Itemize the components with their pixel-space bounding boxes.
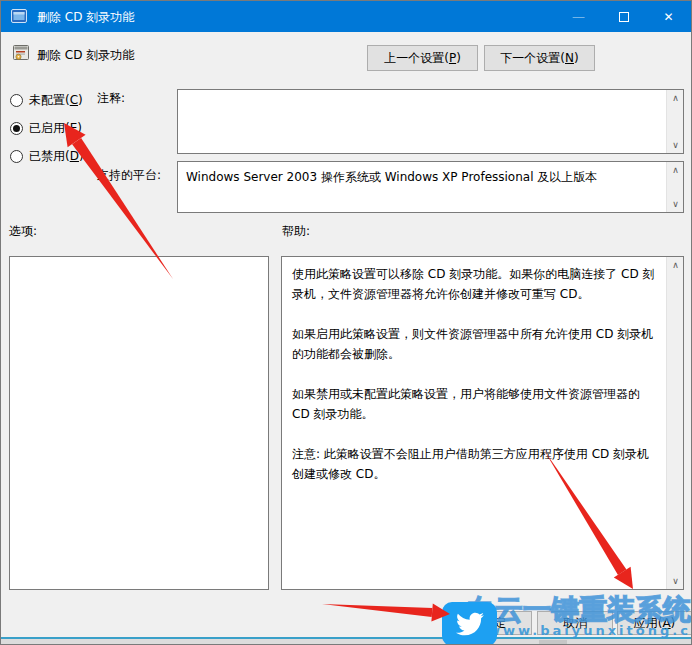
minimize-icon: — bbox=[572, 9, 585, 24]
radio-enabled[interactable]: 已启用(E) bbox=[10, 120, 82, 136]
help-paragraph: 如果启用此策略设置，则文件资源管理器中所有允许使用 CD 刻录机的功能都会被删除… bbox=[292, 324, 659, 364]
maximize-icon bbox=[619, 12, 629, 22]
radio-label: 未配置(C) bbox=[29, 92, 83, 109]
annotation-arrow-to-twitter-icon bbox=[322, 604, 450, 622]
radio-label: 已禁用(D) bbox=[29, 148, 84, 165]
minimize-button[interactable]: — bbox=[556, 1, 601, 32]
radio-not-configured[interactable]: 未配置(C) bbox=[10, 92, 83, 108]
options-panel bbox=[9, 256, 269, 590]
comment-label: 注释: bbox=[97, 90, 125, 107]
maximize-button[interactable] bbox=[601, 1, 646, 32]
help-label: 帮助: bbox=[282, 223, 310, 240]
twitter-bird-icon bbox=[442, 602, 497, 645]
help-scrollbar[interactable]: ∧ ∨ bbox=[666, 257, 683, 589]
radio-icon bbox=[10, 94, 23, 107]
previous-setting-button[interactable]: 上一个设置(P) bbox=[367, 45, 478, 71]
radio-icon bbox=[10, 150, 23, 163]
radio-disabled[interactable]: 已禁用(D) bbox=[10, 148, 84, 164]
scroll-down-icon[interactable]: ∨ bbox=[667, 196, 684, 212]
help-text: 使用此策略设置可以移除 CD 刻录功能。如果你的电脑连接了 CD 刻录机，文件资… bbox=[282, 257, 683, 511]
watermark-strip bbox=[1, 639, 691, 645]
title-bar: 删除 CD 刻录功能 — ✕ bbox=[1, 1, 691, 32]
close-icon: ✕ bbox=[663, 10, 673, 24]
watermark-url-text: www.baiyunxitong.com bbox=[488, 623, 692, 638]
policy-setting-dialog: 删除 CD 刻录功能 — ✕ 删除 CD 刻录功能 上一个设置(P) 下一个设置… bbox=[0, 0, 692, 645]
radio-label: 已启用(E) bbox=[29, 120, 82, 137]
scroll-up-icon[interactable]: ∧ bbox=[667, 90, 684, 106]
options-label: 选项: bbox=[9, 223, 37, 240]
scroll-up-icon[interactable]: ∧ bbox=[667, 162, 684, 178]
policy-name-heading: 删除 CD 刻录功能 bbox=[37, 47, 134, 64]
watermark-tab bbox=[539, 640, 567, 645]
next-setting-button[interactable]: 下一个设置(N) bbox=[484, 45, 595, 71]
supported-on-scrollbar[interactable]: ∧ ∨ bbox=[666, 162, 683, 212]
scroll-down-icon[interactable]: ∨ bbox=[667, 137, 684, 153]
help-paragraph: 注意: 此策略设置不会阻止用户借助第三方应用程序使用 CD 刻录机创建或修改 C… bbox=[292, 444, 659, 484]
radio-icon bbox=[10, 122, 23, 135]
policy-setting-icon bbox=[13, 44, 30, 61]
supported-on-label: 支持的平台: bbox=[97, 167, 161, 184]
supported-on-value: Windows Server 2003 操作系统或 Windows XP Pro… bbox=[178, 162, 683, 193]
close-button[interactable]: ✕ bbox=[646, 1, 691, 32]
help-paragraph: 如果禁用或未配置此策略设置，用户将能够使用文件资源管理器的 CD 刻录功能。 bbox=[292, 384, 659, 424]
window-icon bbox=[11, 9, 27, 24]
comment-scrollbar[interactable]: ∧ ∨ bbox=[666, 90, 683, 153]
comment-textbox[interactable]: ∧ ∨ bbox=[177, 89, 684, 154]
scroll-down-icon[interactable]: ∨ bbox=[667, 573, 684, 589]
supported-on-textbox[interactable]: Windows Server 2003 操作系统或 Windows XP Pro… bbox=[177, 161, 684, 213]
window-title: 删除 CD 刻录功能 bbox=[37, 9, 134, 26]
help-textbox[interactable]: 使用此策略设置可以移除 CD 刻录功能。如果你的电脑连接了 CD 刻录机，文件资… bbox=[281, 256, 684, 590]
scroll-up-icon[interactable]: ∧ bbox=[667, 257, 684, 273]
help-paragraph: 使用此策略设置可以移除 CD 刻录功能。如果你的电脑连接了 CD 刻录机，文件资… bbox=[292, 264, 659, 304]
